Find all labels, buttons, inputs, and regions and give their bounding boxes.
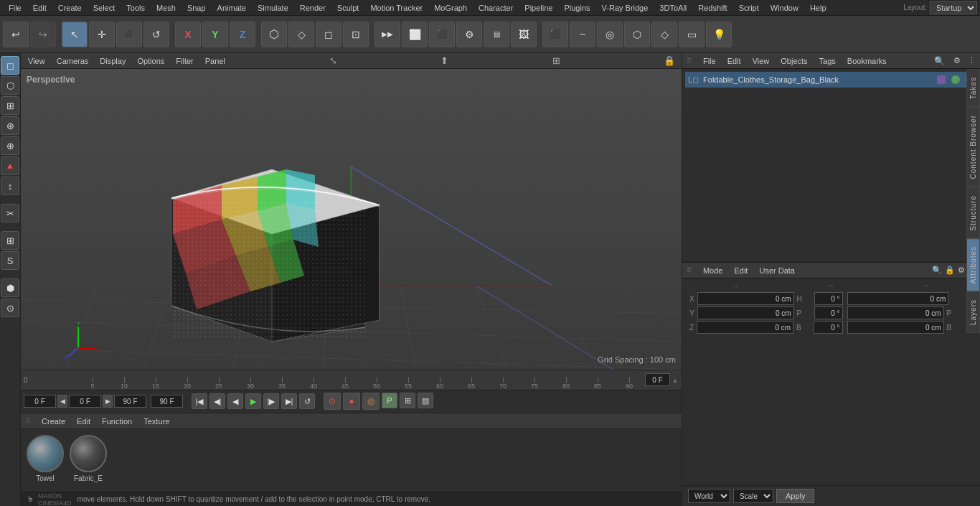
om-more-icon[interactable]: ⋮ (968, 56, 976, 65)
menu-render[interactable]: Render (294, 2, 331, 14)
menu-3dtoall[interactable]: 3DToAll (654, 2, 692, 14)
polygon-mode-button[interactable]: ◇ (288, 22, 314, 47)
viewport-cameras-btn[interactable]: Cameras (54, 56, 92, 66)
om-objects-btn[interactable]: Objects (778, 56, 810, 66)
tab-content-browser[interactable]: Content Browser (966, 107, 980, 187)
go-start-btn[interactable]: |◀ (192, 393, 207, 409)
attr-search-icon[interactable]: 🔍 (932, 266, 942, 275)
x-axis-button[interactable]: X (175, 22, 201, 47)
knife-btn[interactable]: ✂ (1, 204, 19, 222)
curve-button[interactable]: ~ (570, 22, 595, 47)
deform-btn[interactable]: ⬢ (1, 278, 19, 297)
menu-snap[interactable]: Snap (182, 2, 212, 14)
snap2-btn[interactable]: S (1, 251, 19, 270)
menu-redshift[interactable]: Redshift (692, 2, 732, 14)
anim-end-input[interactable] (151, 395, 183, 408)
snap-l-btn[interactable]: ⊞ (1, 231, 19, 250)
viewport-container[interactable]: View Cameras Display Options Filter Pane… (21, 53, 682, 370)
apply-button[interactable]: Apply (776, 489, 815, 503)
pos-z-input[interactable] (697, 321, 793, 334)
end-frame-input[interactable] (114, 395, 146, 408)
nurbs-button[interactable]: ◎ (597, 22, 623, 47)
move-tool-button[interactable]: ✛ (89, 22, 115, 47)
timeline-arrow-up[interactable]: ▲ (672, 376, 679, 384)
paint-button[interactable]: ◇ (651, 22, 677, 47)
material-towel[interactable]: Towel (27, 435, 64, 482)
cube-view-button[interactable]: ⬛ (542, 22, 568, 47)
tab-structure[interactable]: Structure (966, 187, 980, 239)
z-axis-button[interactable]: Z (230, 22, 255, 47)
menu-window[interactable]: Window (765, 2, 804, 14)
frame-decrement-btn[interactable]: ◀ (57, 395, 67, 408)
menu-pipeline[interactable]: Pipeline (519, 2, 558, 14)
keyframe-btn[interactable]: ⊞ (400, 393, 415, 408)
object-mode-btn[interactable]: ◻ (1, 56, 19, 75)
om-settings-icon[interactable]: ⚙ (953, 56, 961, 65)
rotate-tool-button[interactable]: ↺ (143, 22, 169, 47)
viewport-options-btn[interactable]: Options (134, 56, 167, 66)
frame-increment-btn[interactable]: ▶ (103, 395, 113, 408)
menu-animate[interactable]: Animate (212, 2, 252, 14)
menu-motion-tracker[interactable]: Motion Tracker (364, 2, 428, 14)
auto-record-btn[interactable]: ● (343, 393, 360, 410)
viewport-expand-btn[interactable]: ⤡ (327, 55, 339, 66)
size-z-input[interactable] (847, 321, 944, 334)
viewport-panel-btn[interactable]: Panel (202, 56, 228, 66)
mat-edit-btn[interactable]: Edit (74, 416, 93, 426)
om-file-btn[interactable]: File (700, 56, 719, 66)
object-row-bag[interactable]: L◻ Foldable_Clothes_Storage_Bag_Black (685, 72, 977, 88)
3d-viewport[interactable]: Perspective Grid Spacing : 100 cm Y X (21, 69, 682, 370)
render-picture-button[interactable]: 🖼 (511, 22, 537, 47)
mat-function-btn[interactable]: Function (99, 416, 135, 426)
mat-texture-btn[interactable]: Texture (141, 416, 172, 426)
rot-x-input[interactable] (814, 292, 843, 305)
record-btn[interactable]: ⊙ (324, 393, 341, 410)
rot-z-input[interactable] (814, 321, 843, 334)
attr-lock-icon[interactable]: 🔒 (945, 266, 955, 275)
axis-mode-btn[interactable]: ⊕ (1, 136, 19, 155)
camera-tag-button[interactable]: ▭ (679, 22, 705, 47)
layout-select[interactable]: Startup (930, 1, 977, 14)
world-space-select[interactable]: World Object (688, 489, 730, 503)
attr-mode-btn[interactable]: Mode (700, 266, 726, 276)
size-x-input[interactable] (847, 292, 949, 305)
poly-mode-btn[interactable]: ⊞ (1, 96, 19, 115)
light-button[interactable]: 💡 (706, 22, 732, 47)
viewport-arrow-btn[interactable]: ⬆ (438, 55, 451, 66)
timeline-frame-input[interactable] (645, 373, 670, 386)
current-frame-input[interactable] (24, 395, 56, 408)
viewport-grid-btn[interactable]: ⊞ (550, 55, 562, 66)
material-fabric[interactable]: Fabric_E (70, 435, 107, 482)
render-view-button[interactable]: ▶▶ (374, 22, 400, 47)
scale-tool-button[interactable]: ⬛ (116, 22, 142, 47)
redo-button[interactable]: ↪ (30, 22, 56, 47)
om-edit-btn[interactable]: Edit (725, 56, 744, 66)
preview-btn[interactable]: P (382, 393, 397, 408)
attr-userdata-btn[interactable]: User Data (756, 266, 798, 276)
step-forward-btn[interactable]: |▶ (263, 393, 279, 409)
om-search-icon[interactable]: 🔍 (934, 56, 945, 66)
motion-record-btn[interactable]: ◎ (362, 393, 380, 410)
menu-edit[interactable]: Edit (27, 2, 52, 14)
pos-x-input[interactable] (697, 292, 794, 305)
go-end-btn[interactable]: ▶| (281, 393, 297, 409)
scale-select[interactable]: Scale (733, 489, 773, 503)
attr-edit-btn[interactable]: Edit (731, 266, 750, 276)
undo-button[interactable]: ↩ (3, 22, 29, 47)
mat-create-btn[interactable]: Create (39, 416, 68, 426)
sculpt-btn[interactable]: 🔺 (1, 156, 19, 175)
om-tags-btn[interactable]: Tags (816, 56, 839, 66)
loop-btn[interactable]: ↺ (299, 393, 315, 409)
render-settings-button[interactable]: ⚙ (456, 22, 482, 47)
menu-mesh[interactable]: Mesh (151, 2, 182, 14)
size-y-input[interactable] (847, 306, 944, 319)
menu-character[interactable]: Character (473, 2, 519, 14)
tab-attributes[interactable]: Attributes (966, 238, 980, 291)
step-back-btn[interactable]: ◀| (209, 393, 225, 409)
start-frame-input[interactable] (69, 395, 101, 408)
rot-y-input[interactable] (814, 306, 843, 319)
spline-button[interactable]: ⬡ (624, 22, 650, 47)
menu-create[interactable]: Create (52, 2, 88, 14)
attr-settings-icon[interactable]: ⚙ (958, 266, 965, 275)
om-view-btn[interactable]: View (750, 56, 773, 66)
